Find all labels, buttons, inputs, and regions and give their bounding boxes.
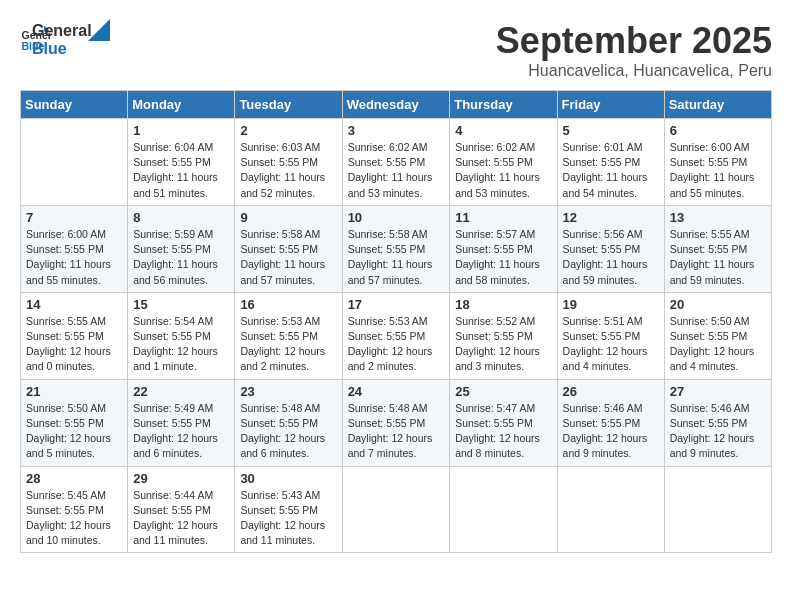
calendar-cell — [21, 119, 128, 206]
day-number: 24 — [348, 384, 445, 399]
day-number: 27 — [670, 384, 766, 399]
calendar: SundayMondayTuesdayWednesdayThursdayFrid… — [20, 90, 772, 553]
calendar-cell: 1Sunrise: 6:04 AMSunset: 5:55 PMDaylight… — [128, 119, 235, 206]
calendar-cell: 28Sunrise: 5:45 AMSunset: 5:55 PMDayligh… — [21, 466, 128, 553]
calendar-cell: 18Sunrise: 5:52 AMSunset: 5:55 PMDayligh… — [450, 292, 557, 379]
day-header-thursday: Thursday — [450, 91, 557, 119]
day-info: Sunrise: 5:46 AMSunset: 5:55 PMDaylight:… — [563, 401, 659, 462]
day-info: Sunrise: 5:50 AMSunset: 5:55 PMDaylight:… — [670, 314, 766, 375]
day-info: Sunrise: 6:00 AMSunset: 5:55 PMDaylight:… — [26, 227, 122, 288]
day-number: 17 — [348, 297, 445, 312]
day-number: 25 — [455, 384, 551, 399]
day-number: 21 — [26, 384, 122, 399]
calendar-cell — [342, 466, 450, 553]
day-info: Sunrise: 5:53 AMSunset: 5:55 PMDaylight:… — [240, 314, 336, 375]
calendar-cell: 7Sunrise: 6:00 AMSunset: 5:55 PMDaylight… — [21, 205, 128, 292]
day-header-friday: Friday — [557, 91, 664, 119]
calendar-body: 1Sunrise: 6:04 AMSunset: 5:55 PMDaylight… — [21, 119, 772, 553]
day-number: 29 — [133, 471, 229, 486]
calendar-cell — [557, 466, 664, 553]
day-number: 2 — [240, 123, 336, 138]
day-number: 13 — [670, 210, 766, 225]
title-area: September 2025 Huancavelica, Huancavelic… — [496, 20, 772, 80]
day-info: Sunrise: 6:03 AMSunset: 5:55 PMDaylight:… — [240, 140, 336, 201]
day-info: Sunrise: 5:55 AMSunset: 5:55 PMDaylight:… — [26, 314, 122, 375]
calendar-cell: 15Sunrise: 5:54 AMSunset: 5:55 PMDayligh… — [128, 292, 235, 379]
day-info: Sunrise: 5:48 AMSunset: 5:55 PMDaylight:… — [348, 401, 445, 462]
day-info: Sunrise: 5:44 AMSunset: 5:55 PMDaylight:… — [133, 488, 229, 549]
calendar-cell: 14Sunrise: 5:55 AMSunset: 5:55 PMDayligh… — [21, 292, 128, 379]
calendar-cell — [450, 466, 557, 553]
calendar-cell: 4Sunrise: 6:02 AMSunset: 5:55 PMDaylight… — [450, 119, 557, 206]
day-number: 20 — [670, 297, 766, 312]
header: General Blue General Blue September 2025… — [20, 20, 772, 80]
day-header-saturday: Saturday — [664, 91, 771, 119]
calendar-week-row: 21Sunrise: 5:50 AMSunset: 5:55 PMDayligh… — [21, 379, 772, 466]
logo-general: General — [32, 22, 92, 40]
day-info: Sunrise: 5:52 AMSunset: 5:55 PMDaylight:… — [455, 314, 551, 375]
day-number: 4 — [455, 123, 551, 138]
day-info: Sunrise: 5:48 AMSunset: 5:55 PMDaylight:… — [240, 401, 336, 462]
svg-marker-3 — [88, 19, 110, 41]
day-info: Sunrise: 5:51 AMSunset: 5:55 PMDaylight:… — [563, 314, 659, 375]
day-header-wednesday: Wednesday — [342, 91, 450, 119]
calendar-cell: 2Sunrise: 6:03 AMSunset: 5:55 PMDaylight… — [235, 119, 342, 206]
calendar-cell: 20Sunrise: 5:50 AMSunset: 5:55 PMDayligh… — [664, 292, 771, 379]
day-info: Sunrise: 5:55 AMSunset: 5:55 PMDaylight:… — [670, 227, 766, 288]
calendar-cell: 11Sunrise: 5:57 AMSunset: 5:55 PMDayligh… — [450, 205, 557, 292]
calendar-cell — [664, 466, 771, 553]
day-header-tuesday: Tuesday — [235, 91, 342, 119]
calendar-cell: 5Sunrise: 6:01 AMSunset: 5:55 PMDaylight… — [557, 119, 664, 206]
day-number: 1 — [133, 123, 229, 138]
day-number: 5 — [563, 123, 659, 138]
calendar-cell: 6Sunrise: 6:00 AMSunset: 5:55 PMDaylight… — [664, 119, 771, 206]
day-info: Sunrise: 5:50 AMSunset: 5:55 PMDaylight:… — [26, 401, 122, 462]
day-number: 28 — [26, 471, 122, 486]
day-info: Sunrise: 5:54 AMSunset: 5:55 PMDaylight:… — [133, 314, 229, 375]
day-number: 3 — [348, 123, 445, 138]
calendar-cell: 9Sunrise: 5:58 AMSunset: 5:55 PMDaylight… — [235, 205, 342, 292]
calendar-week-row: 28Sunrise: 5:45 AMSunset: 5:55 PMDayligh… — [21, 466, 772, 553]
calendar-cell: 16Sunrise: 5:53 AMSunset: 5:55 PMDayligh… — [235, 292, 342, 379]
logo-blue: Blue — [32, 40, 92, 58]
calendar-cell: 24Sunrise: 5:48 AMSunset: 5:55 PMDayligh… — [342, 379, 450, 466]
logo: General Blue General Blue — [20, 20, 110, 57]
calendar-cell: 27Sunrise: 5:46 AMSunset: 5:55 PMDayligh… — [664, 379, 771, 466]
day-info: Sunrise: 5:59 AMSunset: 5:55 PMDaylight:… — [133, 227, 229, 288]
day-number: 16 — [240, 297, 336, 312]
day-number: 6 — [670, 123, 766, 138]
calendar-cell: 8Sunrise: 5:59 AMSunset: 5:55 PMDaylight… — [128, 205, 235, 292]
calendar-cell: 25Sunrise: 5:47 AMSunset: 5:55 PMDayligh… — [450, 379, 557, 466]
calendar-cell: 30Sunrise: 5:43 AMSunset: 5:55 PMDayligh… — [235, 466, 342, 553]
calendar-cell: 23Sunrise: 5:48 AMSunset: 5:55 PMDayligh… — [235, 379, 342, 466]
day-info: Sunrise: 5:58 AMSunset: 5:55 PMDaylight:… — [348, 227, 445, 288]
day-number: 19 — [563, 297, 659, 312]
day-number: 22 — [133, 384, 229, 399]
calendar-cell: 26Sunrise: 5:46 AMSunset: 5:55 PMDayligh… — [557, 379, 664, 466]
day-info: Sunrise: 5:57 AMSunset: 5:55 PMDaylight:… — [455, 227, 551, 288]
day-number: 18 — [455, 297, 551, 312]
day-number: 26 — [563, 384, 659, 399]
day-info: Sunrise: 5:49 AMSunset: 5:55 PMDaylight:… — [133, 401, 229, 462]
calendar-cell: 3Sunrise: 6:02 AMSunset: 5:55 PMDaylight… — [342, 119, 450, 206]
calendar-header-row: SundayMondayTuesdayWednesdayThursdayFrid… — [21, 91, 772, 119]
calendar-week-row: 1Sunrise: 6:04 AMSunset: 5:55 PMDaylight… — [21, 119, 772, 206]
day-number: 30 — [240, 471, 336, 486]
calendar-cell: 17Sunrise: 5:53 AMSunset: 5:55 PMDayligh… — [342, 292, 450, 379]
day-info: Sunrise: 5:43 AMSunset: 5:55 PMDaylight:… — [240, 488, 336, 549]
day-number: 10 — [348, 210, 445, 225]
calendar-cell: 10Sunrise: 5:58 AMSunset: 5:55 PMDayligh… — [342, 205, 450, 292]
calendar-week-row: 7Sunrise: 6:00 AMSunset: 5:55 PMDaylight… — [21, 205, 772, 292]
logo-chevron-icon — [88, 19, 110, 41]
day-info: Sunrise: 6:01 AMSunset: 5:55 PMDaylight:… — [563, 140, 659, 201]
location-title: Huancavelica, Huancavelica, Peru — [496, 62, 772, 80]
calendar-cell: 29Sunrise: 5:44 AMSunset: 5:55 PMDayligh… — [128, 466, 235, 553]
calendar-cell: 22Sunrise: 5:49 AMSunset: 5:55 PMDayligh… — [128, 379, 235, 466]
day-number: 23 — [240, 384, 336, 399]
day-number: 11 — [455, 210, 551, 225]
day-number: 15 — [133, 297, 229, 312]
month-title: September 2025 — [496, 20, 772, 62]
day-header-sunday: Sunday — [21, 91, 128, 119]
day-number: 9 — [240, 210, 336, 225]
day-info: Sunrise: 5:58 AMSunset: 5:55 PMDaylight:… — [240, 227, 336, 288]
